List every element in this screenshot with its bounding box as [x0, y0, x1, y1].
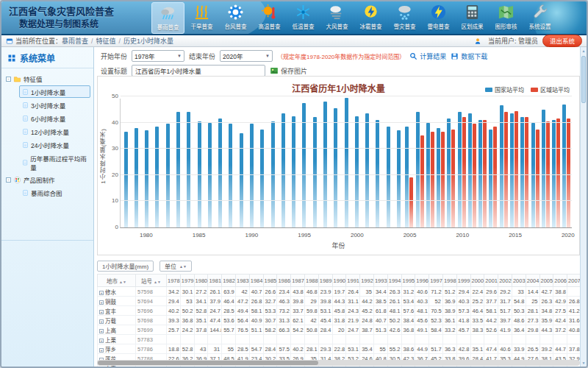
sidebar: 系统菜单 -特征值1小时降水量3小时降水量6小时降水量12小时降水量24小时降水…: [1, 47, 94, 367]
toolbar-item-wind[interactable]: 大风普查: [320, 2, 354, 34]
toolbar-item-low-temp[interactable]: 低温普查: [287, 2, 320, 34]
value-cell: [346, 335, 360, 344]
value-cell: 20: [332, 325, 346, 335]
breadcrumb-segment[interactable]: 暴雨普查: [62, 36, 88, 46]
vscroll-thumb[interactable]: [581, 56, 586, 103]
row-expand-icon[interactable]: +: [99, 329, 104, 333]
value-cell: 29.4: [456, 287, 470, 297]
end-year-value: 2020年: [223, 52, 243, 60]
value-cell: 45.7: [456, 325, 470, 335]
toolbar-item-zoning-results[interactable]: 区划成果: [456, 2, 489, 34]
city-name: 上栗: [105, 337, 116, 344]
toolbar-item-drought[interactable]: 干旱普查: [185, 2, 218, 34]
value-cell: 24.2: [180, 325, 194, 335]
breadcrumb-segment[interactable]: 历史1小时降水量: [123, 36, 173, 46]
sort-icon[interactable]: ▲▼: [119, 280, 126, 284]
start-year-select[interactable]: 1978年▼: [132, 50, 184, 62]
row-expand-icon[interactable]: +: [99, 300, 104, 305]
toolbar-item-hail[interactable]: 冰雹普查: [354, 2, 387, 34]
value-cell: 28.5: [235, 344, 249, 354]
legend-item-区域站平均[interactable]: 区域站平均: [531, 85, 570, 93]
sort-icon[interactable]: ▲▼: [154, 280, 161, 284]
tree-item-3小时降水量[interactable]: 3小时降水量: [19, 99, 90, 111]
value-cell: 35.1: [470, 344, 484, 354]
end-year-select[interactable]: 2020年▼: [220, 50, 273, 62]
metric-filter-box[interactable]: 1小时降水量(mm): [97, 261, 154, 272]
toolbar-item-label: 区划成果: [462, 22, 484, 30]
tree-item-6小时降水量[interactable]: 6小时降水量: [19, 112, 90, 124]
value-cell: 29.8: [526, 325, 539, 335]
legend-label: 国家站平均: [495, 85, 524, 93]
value-cell: [222, 335, 236, 344]
legend-item-国家站平均[interactable]: 国家站平均: [485, 85, 524, 93]
value-cell: 58.4: [429, 325, 443, 335]
year-slot-2003: [383, 99, 393, 227]
value-cell: 38.8: [553, 287, 567, 297]
station-cell: 57698: [136, 316, 167, 325]
table-horizontal-scrollbar[interactable]: [97, 360, 580, 366]
scroll-up-arrow-icon[interactable]: ▲: [581, 47, 587, 54]
value-cell: 35.4: [360, 344, 374, 354]
toolbar-item-graphic-review[interactable]: 图形审核: [490, 2, 523, 34]
tree-item-历年暴雨过程平均雨量[interactable]: 历年暴雨过程平均雨量: [19, 152, 90, 173]
value-cell: 37.8: [567, 344, 580, 354]
value-cell: [470, 335, 484, 344]
chart-title-input[interactable]: [132, 65, 265, 77]
tree-item-暴雨综合图[interactable]: 暴雨综合图: [19, 186, 90, 199]
breadcrumb-segment[interactable]: 特征值: [96, 36, 116, 46]
year-slot-1981: [152, 99, 162, 227]
logout-button[interactable]: 退出系统: [542, 35, 582, 47]
vertical-scrollbar[interactable]: ▲ ▼: [580, 47, 587, 367]
toolbar-item-typhoon[interactable]: 台风普查: [219, 2, 252, 34]
download-button[interactable]: 数据下载: [451, 52, 487, 61]
row-expand-icon[interactable]: +: [99, 348, 104, 353]
value-cell: 43.8: [291, 287, 305, 297]
toolbar-item-rainstorm[interactable]: 暴雨普查: [151, 2, 184, 34]
tree-item-1小时降水量[interactable]: 1小时降水量: [19, 85, 90, 98]
current-user-label: 当前用户: 管理员: [488, 36, 538, 46]
bar-国家站平均-2001: [365, 113, 369, 227]
year-column-header: 2005: [539, 275, 553, 287]
save-image-button[interactable]: 保存图片: [270, 66, 307, 76]
x-tick-label: 1985: [187, 232, 212, 238]
station-column-header[interactable]: 站号 ▲▼: [136, 275, 167, 287]
value-cell: 42: [304, 316, 318, 325]
value-cell: 43: [194, 344, 208, 354]
row-expand-icon[interactable]: +: [99, 310, 104, 314]
calculate-button[interactable]: 计算结果: [409, 52, 446, 61]
toolbar-item-high-temp[interactable]: 高温普查: [253, 2, 286, 34]
value-cell: 61.8: [373, 306, 387, 316]
row-expand-icon[interactable]: +: [99, 339, 104, 343]
bar-国家站平均-1990: [250, 124, 254, 227]
toolbar-item-lightning[interactable]: 雷电普查: [422, 2, 455, 34]
page-icon: [22, 189, 29, 197]
scroll-down-arrow-icon[interactable]: ▼: [581, 359, 587, 367]
value-cell: 24.8: [360, 316, 374, 325]
value-cell: 24.3: [346, 306, 360, 316]
row-expand-icon[interactable]: +: [99, 291, 104, 295]
hscroll-thumb[interactable]: [98, 361, 318, 365]
toolbar-item-system-settings[interactable]: 系统设置: [523, 2, 556, 34]
value-cell: [373, 335, 387, 344]
value-cell: 47.2: [235, 297, 249, 306]
page-icon: [22, 102, 29, 109]
gridline: [121, 174, 572, 175]
value-cell: 33.5: [470, 316, 484, 325]
unit-filter-box[interactable]: 单位 ▲▼: [159, 261, 192, 272]
row-expand-icon[interactable]: +: [99, 319, 104, 324]
expander-icon[interactable]: -: [6, 177, 11, 183]
tree-item-12小时降水量[interactable]: 12小时降水量: [19, 125, 90, 138]
year-slot-2017: [530, 99, 540, 227]
value-cell: 25.2: [470, 297, 484, 306]
tree-node-1[interactable]: -产品图制作: [4, 174, 90, 185]
tree-node-0[interactable]: -特征值: [4, 73, 90, 85]
tree-item-24小时降水量[interactable]: 24小时降水量: [19, 138, 90, 151]
value-cell: 36.9: [442, 297, 456, 306]
main-content: 开始年份 1978年▼ 结束年份 2020年▼ （规定年度1978-2020年数…: [95, 47, 582, 367]
year-range-form: 开始年份 1978年▼ 结束年份 2020年▼ （规定年度1978-2020年数…: [95, 47, 582, 62]
expander-icon[interactable]: -: [6, 77, 11, 82]
station-cell: 57696: [136, 306, 167, 316]
year-slot-1990: [246, 99, 257, 227]
toolbar-item-snow[interactable]: 雪灾普查: [388, 2, 421, 34]
city-column-header[interactable]: 地市 ▲▼: [98, 275, 136, 287]
